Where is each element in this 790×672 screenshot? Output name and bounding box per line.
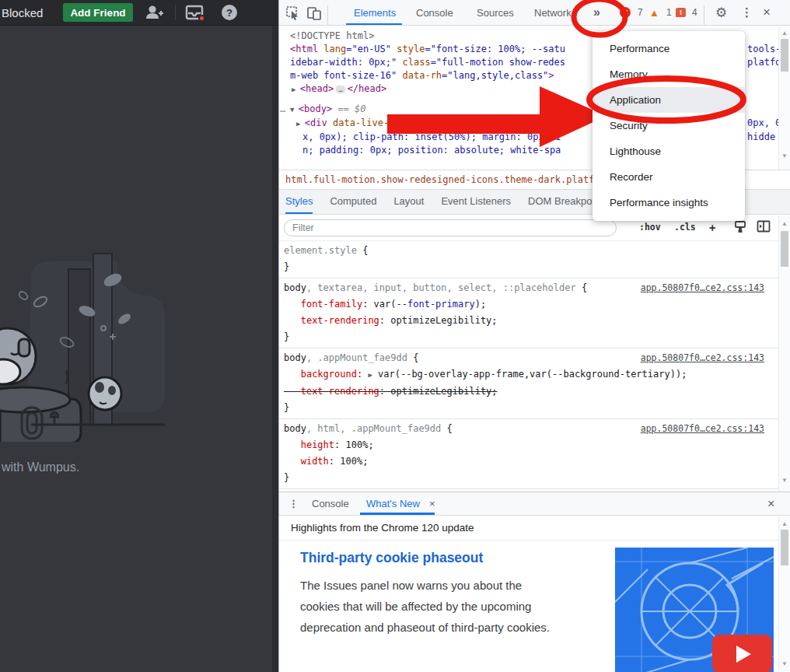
- svg-text:?: ?: [226, 7, 232, 19]
- play-button[interactable]: [712, 635, 772, 672]
- scroll-down-arrow[interactable]: ▼: [779, 477, 790, 484]
- discord-app-region: with Wumpus. Blocked Add Friend ?: [0, 0, 278, 672]
- scroll-down-arrow[interactable]: ▼: [779, 660, 790, 667]
- drawer-tab-console[interactable]: Console: [312, 492, 349, 515]
- drawer-menu-icon[interactable]: ⋮: [288, 492, 299, 515]
- add-friend-button[interactable]: Add Friend: [63, 3, 132, 22]
- new-style-rule-button[interactable]: +: [709, 222, 715, 234]
- article-body: The Issues panel now warns you about the…: [300, 575, 572, 638]
- stylesheet-source-link[interactable]: app.50807f0…ce2.css:143: [641, 350, 764, 366]
- menu-item-memory[interactable]: Memory: [592, 61, 745, 87]
- issues-count: 4: [692, 0, 697, 25]
- css-rule-block[interactable]: app.50807f0…ce2.css:143body, html, .appM…: [279, 419, 778, 489]
- styles-filter-input[interactable]: [284, 219, 617, 236]
- warning-badge-icon[interactable]: ▲: [649, 0, 659, 25]
- drawer-toolbar: ⋮ Console What's New × ×: [279, 492, 790, 516]
- error-count: 7: [638, 0, 643, 25]
- hidden-nodes-marker[interactable]: …: [280, 103, 285, 116]
- drawer-scrollbar[interactable]: ▲ ▼: [778, 516, 790, 672]
- wumpus-illustration: [0, 247, 233, 445]
- scroll-down-arrow[interactable]: ▼: [779, 152, 790, 159]
- play-icon: [736, 646, 751, 663]
- stylesheet-source-link[interactable]: app.50807f0…ce2.css:143: [641, 280, 764, 296]
- scrollbar-thumb[interactable]: [781, 530, 788, 565]
- new-group-dm-icon[interactable]: [144, 3, 164, 22]
- devtools-main-toolbar: Elements Console Sources Network » ✕ 7 ▲…: [279, 0, 790, 26]
- menu-item-security[interactable]: Security: [592, 113, 745, 138]
- menu-item-performance-insights[interactable]: Performance insights: [592, 190, 745, 215]
- toggle-element-classes[interactable]: .cls: [674, 222, 696, 233]
- scroll-up-arrow[interactable]: ▲: [779, 520, 790, 527]
- scrollbar-thumb[interactable]: [781, 39, 788, 72]
- inbox-icon[interactable]: [185, 4, 204, 21]
- tab-network[interactable]: Network: [534, 0, 572, 25]
- device-toolbar-icon[interactable]: [306, 0, 322, 25]
- article-title[interactable]: Third-party cookie phaseout: [300, 550, 483, 566]
- close-whats-new-tab-icon[interactable]: ×: [429, 492, 435, 515]
- scrollbar-thumb[interactable]: [781, 231, 788, 267]
- issues-badge-icon[interactable]: !: [676, 0, 686, 25]
- article-video-thumbnail[interactable]: [615, 548, 774, 672]
- sidebar-tab-layout[interactable]: Layout: [393, 190, 424, 212]
- css-rule-block[interactable]: element.style {}: [279, 241, 778, 278]
- devtools-menu-icon[interactable]: ⋮: [741, 0, 753, 25]
- sidebar-panel-toggle-icon[interactable]: [757, 220, 771, 236]
- sidebar-tab-styles[interactable]: Styles: [285, 190, 313, 215]
- menu-item-recorder[interactable]: Recorder: [592, 164, 745, 190]
- warning-count: 1: [666, 0, 672, 25]
- menu-item-application[interactable]: Application: [592, 87, 745, 113]
- elements-scrollbar[interactable]: ▲ ▼: [778, 26, 790, 170]
- wumpus-empty-state-text: with Wumpus.: [2, 460, 79, 474]
- inspect-element-icon[interactable]: [285, 0, 300, 25]
- help-icon[interactable]: ?: [221, 4, 238, 21]
- rendering-emulation-icon[interactable]: [734, 220, 747, 236]
- drawer-close-icon[interactable]: ×: [767, 492, 774, 515]
- scroll-up-arrow[interactable]: ▲: [779, 30, 790, 37]
- elements-tab-underline: [346, 23, 402, 25]
- scroll-up-arrow[interactable]: ▲: [779, 220, 790, 227]
- toolbar-divider: [175, 5, 176, 20]
- devtools-overflow-menu: PerformanceMemoryApplicationSecurityLigh…: [592, 31, 745, 221]
- stylesheet-source-link[interactable]: app.50807f0…ce2.css:143: [641, 421, 764, 437]
- css-rule-block[interactable]: app.50807f0…ce2.css:143body, .appMount_f…: [279, 348, 778, 419]
- whats-new-tab-underline: [360, 513, 435, 515]
- more-tabs-button[interactable]: »: [593, 0, 599, 25]
- error-badge-icon[interactable]: ✕: [620, 0, 631, 25]
- settings-gear-icon[interactable]: ⚙: [715, 0, 727, 25]
- drawer-tab-whats-new[interactable]: What's New: [366, 492, 420, 515]
- discord-friends-toolbar: Blocked Add Friend ?: [0, 0, 278, 26]
- menu-item-lighthouse[interactable]: Lighthouse: [592, 138, 745, 164]
- tab-console[interactable]: Console: [416, 0, 453, 25]
- tab-sources[interactable]: Sources: [477, 0, 514, 25]
- css-rule-block[interactable]: app.50807f0…ce2.css:143body, textarea, i…: [279, 278, 778, 348]
- toggle-pseudo-state[interactable]: :hov: [639, 222, 661, 233]
- discord-scroll-track[interactable]: [272, 26, 278, 672]
- sidebar-tab-event-listeners[interactable]: Event Listeners: [441, 190, 511, 212]
- styles-scrollbar[interactable]: ▲ ▼: [778, 215, 790, 492]
- sidebar-tab-computed[interactable]: Computed: [330, 190, 376, 212]
- tab-elements[interactable]: Elements: [354, 0, 396, 25]
- styles-rules-pane[interactable]: element.style {}app.50807f0…ce2.css:143b…: [279, 241, 778, 492]
- menu-item-performance[interactable]: Performance: [592, 36, 745, 61]
- devtools-close-icon[interactable]: ×: [763, 0, 771, 25]
- blocked-tab[interactable]: Blocked: [2, 6, 43, 19]
- whats-new-header: Highlights from the Chrome 120 update: [279, 516, 778, 541]
- notification-dot: [198, 15, 205, 22]
- devtools-drawer: ⋮ Console What's New × × Highlights from…: [279, 492, 790, 672]
